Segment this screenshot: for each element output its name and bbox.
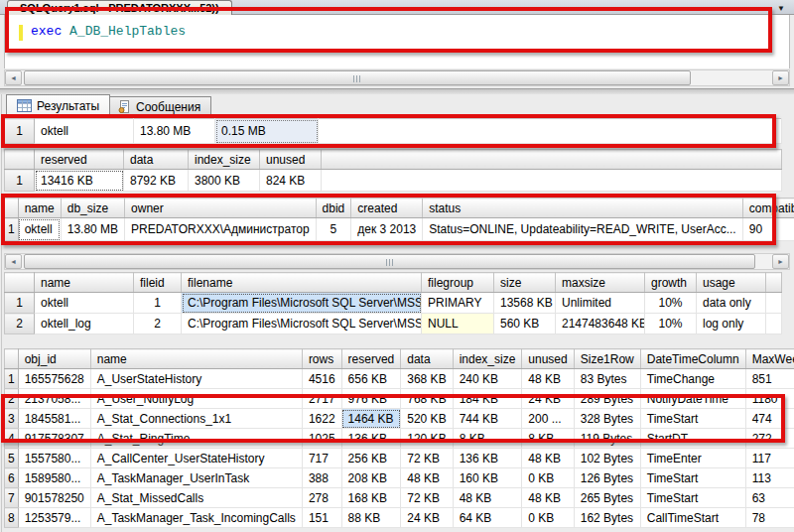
tab-results[interactable]: Результаты (6, 94, 110, 117)
column-header[interactable]: usage (697, 273, 766, 293)
grid-cell[interactable]: 265 Bytes (574, 488, 640, 508)
column-header[interactable]: filegroup (422, 273, 494, 293)
grid-cell[interactable]: 117 (745, 449, 794, 468)
grid-cell[interactable]: 208 KB (341, 468, 401, 488)
grid-cell[interactable]: NotifyDateTime (640, 389, 745, 409)
row-header[interactable]: 1 (5, 218, 19, 241)
scroll-right-icon[interactable]: ► (772, 70, 789, 85)
grid-cell[interactable]: 851 (745, 369, 794, 389)
column-header[interactable]: data (124, 150, 189, 170)
grid-cell[interactable]: 272 (745, 429, 794, 449)
row-header[interactable]: 1 (5, 369, 19, 389)
row-header[interactable]: 2 (5, 314, 35, 334)
grid-cell[interactable]: 63 (745, 488, 794, 508)
select-all-corner[interactable] (5, 150, 35, 170)
row-header[interactable]: 6 (5, 468, 19, 488)
grid-cell[interactable]: 136 KB (341, 429, 401, 449)
column-header[interactable]: obj_id (18, 349, 90, 369)
grid-cell[interactable]: 2717 (302, 389, 341, 409)
select-all-corner[interactable] (5, 199, 19, 218)
grid-cell[interactable]: 1557580... (18, 449, 90, 468)
grid-cell[interactable]: 1253579... (18, 508, 90, 528)
grid-cell[interactable]: 200 ... (522, 409, 574, 429)
grid-cell[interactable]: 119 Bytes (574, 429, 640, 449)
grid-cell[interactable]: 13568 KB (494, 293, 556, 314)
grid-cell[interactable]: 162 Bytes (574, 508, 640, 528)
grid-cell[interactable]: 1622 (302, 409, 341, 429)
sql-editor[interactable]: exec A_DB_HelpTables (4, 15, 790, 68)
grid-cell[interactable]: 72 KB (401, 449, 453, 468)
column-header[interactable]: MaxWeekRow (745, 349, 794, 369)
grid-cell[interactable]: StartDT (640, 429, 745, 449)
grid-cell[interactable]: 1845581... (18, 409, 90, 429)
grid-cell[interactable]: A_Stat_RingTime (90, 429, 302, 449)
grid-cell[interactable]: 8 KB (453, 429, 522, 449)
grid-cell[interactable]: 388 (302, 468, 341, 488)
grid-cell[interactable]: TimeStart (640, 488, 745, 508)
grid-cell[interactable]: 13.80 MB (134, 119, 215, 144)
grid-cell[interactable]: 48 KB (522, 488, 574, 508)
column-header[interactable]: status (423, 199, 742, 218)
grid-cell[interactable]: log only (697, 314, 766, 334)
grid-cell[interactable]: 901578250 (18, 488, 90, 508)
column-header[interactable]: Size1Row (574, 349, 640, 369)
grid-cell[interactable]: 4516 (302, 369, 341, 389)
grid-cell[interactable]: дек 3 2013 (351, 218, 423, 241)
grid-cell[interactable]: 474 (745, 409, 794, 429)
grid-cell[interactable]: TimeStart (640, 468, 745, 488)
grid-cell[interactable]: C:\Program Files\Microsoft SQL Server\MS… (182, 293, 422, 314)
grid-cell[interactable]: 2137058... (18, 389, 90, 409)
grid-cell[interactable]: 83 Bytes (574, 369, 640, 389)
column-header[interactable]: data (401, 349, 453, 369)
grid-cell[interactable]: 0.15 MB (215, 119, 319, 144)
scroll-left-icon[interactable]: ◄ (5, 70, 22, 85)
grid-cell[interactable]: oktell_log (35, 314, 134, 334)
column-header[interactable]: owner (125, 199, 317, 218)
grid-cell[interactable]: 10% (645, 293, 697, 314)
grid-cell[interactable]: CallTimeStart (640, 508, 745, 528)
column-header[interactable]: filename (182, 273, 422, 293)
row-header[interactable]: 1 (5, 293, 35, 314)
column-header[interactable]: fileid (134, 273, 182, 293)
sql-code-line[interactable]: exec A_DB_HelpTables (31, 24, 186, 39)
grid-cell[interactable]: 2147483648 KB (556, 314, 645, 334)
grid-cell[interactable]: 10% (645, 314, 697, 334)
grid-cell[interactable]: 48 KB (401, 468, 453, 488)
column-header[interactable]: name (90, 349, 302, 369)
row-header[interactable]: 7 (5, 488, 19, 508)
grid-cell[interactable]: 88 KB (341, 508, 401, 528)
tab-messages[interactable]: Сообщения (107, 96, 211, 117)
column-header[interactable]: rows (302, 349, 341, 369)
grid-cell[interactable]: Status=ONLINE, Updateability=READ_WRITE,… (423, 218, 742, 241)
column-header[interactable]: created (351, 199, 423, 218)
grid-cell[interactable]: 168 KB (341, 488, 401, 508)
grid-cell[interactable]: 656 KB (341, 369, 401, 389)
column-header[interactable]: reserved (35, 150, 124, 170)
row-header[interactable]: 5 (5, 449, 19, 468)
grid-cell[interactable]: 8 KB (522, 429, 574, 449)
editor-hscroll-thumb[interactable] (24, 70, 691, 85)
grid-cell[interactable]: 0 KB (522, 468, 574, 488)
select-all-corner[interactable] (5, 349, 19, 369)
row-header[interactable]: 2 (5, 389, 19, 409)
grid-cell[interactable]: 1464 KB (341, 409, 401, 429)
column-header[interactable]: DateTimeColumn (640, 349, 745, 369)
column-header[interactable]: index_size (453, 349, 522, 369)
grid-cell[interactable]: PREDATORXXX\Администратор (125, 218, 317, 241)
document-tab[interactable]: SQLQuery1.sql - PREDATORXXX...52)) (7, 0, 232, 15)
editor-hscrollbar[interactable]: ◄ ► (4, 69, 790, 86)
grid-cell[interactable]: data only (697, 293, 766, 314)
grid-cell[interactable]: 768 KB (401, 389, 453, 409)
column-header[interactable]: name (35, 273, 134, 293)
grid-cell[interactable]: 120 KB (401, 429, 453, 449)
grid-cell[interactable]: 976 KB (341, 389, 401, 409)
results-hscroll-thumb[interactable] (24, 254, 755, 269)
grid-cell[interactable]: 113 (745, 468, 794, 488)
grid-cell[interactable]: 102 Bytes (574, 449, 640, 468)
grid-cell[interactable]: 520 KB (401, 409, 453, 429)
row-header[interactable]: 1 (5, 119, 35, 144)
grid-cell[interactable]: A_Stat_MissedCalls (90, 488, 302, 508)
grid-cell[interactable]: 136 KB (453, 449, 522, 468)
grid-cell[interactable]: 278 (302, 488, 341, 508)
grid-cell[interactable]: TimeChange (640, 369, 745, 389)
